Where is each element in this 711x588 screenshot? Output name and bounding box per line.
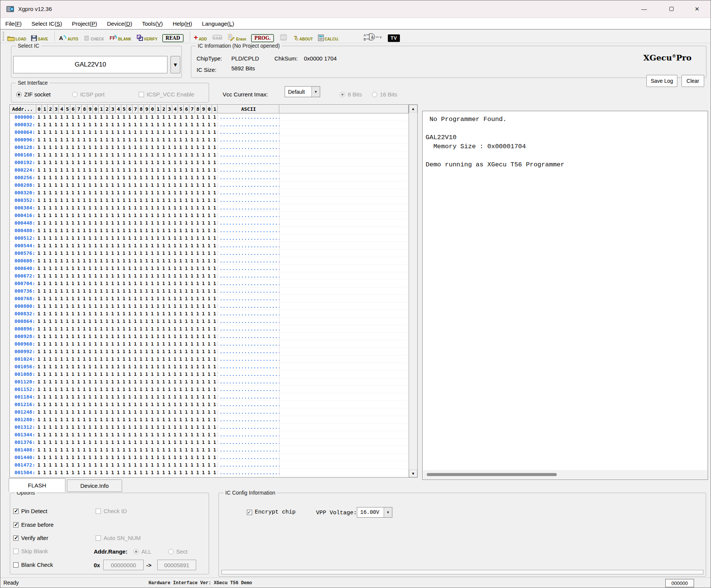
bit-column-header[interactable]: 1 — [155, 105, 161, 113]
pin-detect-checkbox[interactable]: Pin Detect — [13, 508, 47, 514]
toolbar-chip-button[interactable] — [279, 31, 288, 41]
zif-socket-radio[interactable]: ZIF socket — [16, 91, 51, 98]
bit-column-header[interactable]: 5 — [121, 105, 127, 113]
hex-row[interactable]: 000512:11111111111111111111111111111111.… — [10, 234, 409, 242]
scroll-up-button[interactable]: ▲ — [409, 105, 417, 112]
bit-column-header[interactable]: 7 — [76, 105, 82, 113]
bit-column-header[interactable]: 3 — [53, 105, 59, 113]
bit-column-header[interactable]: 8 — [195, 105, 201, 113]
hex-row[interactable]: 001248:11111111111111111111111111111111.… — [10, 408, 409, 416]
toolbar-load-button[interactable]: LOAD — [7, 31, 26, 41]
hex-row[interactable]: 000288:11111111111111111111111111111111.… — [10, 182, 409, 189]
hex-row[interactable]: 000128:11111111111111111111111111111111.… — [10, 144, 409, 151]
hex-row[interactable]: 000032:11111111111111111111111111111111.… — [10, 121, 409, 129]
menu-device[interactable]: Device(D) — [102, 18, 137, 29]
toolbar-verify-button[interactable]: VERIFY — [136, 31, 158, 41]
hex-row[interactable]: 000192:11111111111111111111111111111111.… — [10, 159, 409, 166]
hex-row[interactable]: 000992:11111111111111111111111111111111.… — [10, 348, 409, 355]
toolbar-logic-gate-button[interactable]: AB&Y — [363, 31, 383, 41]
minimize-button[interactable]: — — [634, 0, 655, 17]
bit-column-header[interactable]: 1 — [99, 105, 104, 113]
range-from-field[interactable]: 00000000 — [103, 560, 144, 570]
hex-row[interactable]: 000832:11111111111111111111111111111111.… — [10, 310, 409, 318]
hex-row[interactable]: 001056:11111111111111111111111111111111.… — [10, 363, 409, 371]
log-horizontal-scrollbar[interactable] — [423, 470, 707, 479]
bits16-radio[interactable]: 16 Bits — [372, 91, 397, 98]
blank-check-checkbox[interactable]: Blank Check — [13, 562, 53, 568]
hex-row[interactable]: 000960:11111111111111111111111111111111.… — [10, 340, 409, 348]
toolbar-read-button[interactable]: READ — [163, 31, 183, 41]
toolbar-check-button[interactable]: CHECK — [83, 31, 104, 41]
tab-device-info[interactable]: Device.Info — [67, 479, 122, 492]
scrollbar-thumb[interactable] — [427, 473, 557, 476]
hex-row[interactable]: 001408:11111111111111111111111111111111.… — [10, 446, 409, 454]
hex-row[interactable]: 000320:11111111111111111111111111111111.… — [10, 189, 409, 197]
clear-button[interactable]: Clear — [682, 75, 704, 87]
addr-column-header[interactable]: Addr... — [10, 105, 36, 113]
hex-row[interactable]: 000224:11111111111111111111111111111111.… — [10, 166, 409, 174]
bit-column-header[interactable]: 2 — [48, 105, 53, 113]
hex-row[interactable]: 000576:11111111111111111111111111111111.… — [10, 250, 409, 257]
icsp-vcc-checkbox[interactable]: ICSP_VCC Enable — [139, 91, 194, 98]
toolbar-auto-button[interactable]: AAUTO — [59, 31, 78, 41]
toolbar-tv-button[interactable]: TV — [388, 31, 400, 41]
hex-row[interactable]: 001216:11111111111111111111111111111111.… — [10, 401, 409, 408]
hex-row[interactable]: 000608:11111111111111111111111111111111.… — [10, 257, 409, 265]
bit-column-header[interactable]: 1 — [212, 105, 218, 113]
save-log-button[interactable]: Save Log — [646, 75, 677, 87]
close-button[interactable]: ✕ — [686, 0, 708, 17]
toolbar-erase-button[interactable]: Erase — [228, 31, 246, 41]
bit-column-header[interactable]: 9 — [201, 105, 206, 113]
bit-column-header[interactable]: 0 — [206, 105, 212, 113]
hex-row[interactable]: 000896:11111111111111111111111111111111.… — [10, 325, 409, 333]
toolbar-ram-button[interactable]: RAM — [212, 31, 223, 41]
hex-row[interactable]: 000096:11111111111111111111111111111111.… — [10, 136, 409, 144]
bit-column-header[interactable]: 5 — [65, 105, 70, 113]
hex-row[interactable]: 000768:11111111111111111111111111111111.… — [10, 295, 409, 303]
erase-before-checkbox[interactable]: Erase before — [13, 521, 54, 528]
bit-column-header[interactable]: 0 — [150, 105, 155, 113]
hex-row[interactable]: 000416:11111111111111111111111111111111.… — [10, 212, 409, 219]
hex-row[interactable]: 001120:11111111111111111111111111111111.… — [10, 378, 409, 386]
toolbar-blank-button[interactable]: FFBLANK — [109, 31, 132, 41]
menu-project[interactable]: Project(P) — [67, 18, 102, 29]
ascii-column-header[interactable]: ASCII — [218, 105, 279, 113]
hex-row[interactable]: 001088:11111111111111111111111111111111.… — [10, 371, 409, 378]
range-to-field[interactable]: 00005891 — [157, 560, 196, 570]
hex-row[interactable]: 001376:11111111111111111111111111111111.… — [10, 439, 409, 446]
tab-flash[interactable]: FLASH — [9, 478, 65, 492]
hex-grid-rows[interactable]: 000000:11111111111111111111111111111111.… — [10, 113, 409, 476]
hex-row[interactable]: 000480:11111111111111111111111111111111.… — [10, 227, 409, 234]
bit-column-header[interactable]: 6 — [184, 105, 189, 113]
verify-after-checkbox[interactable]: Verify after — [13, 535, 48, 541]
bit-column-header[interactable]: 4 — [116, 105, 121, 113]
select-ic-dropdown-button[interactable]: ▼ — [170, 56, 180, 73]
hex-row[interactable]: 000704:11111111111111111111111111111111.… — [10, 280, 409, 287]
bit-column-header[interactable]: 0 — [93, 105, 99, 113]
bit-column-header[interactable]: 1 — [42, 105, 48, 113]
bit-column-header[interactable]: 8 — [138, 105, 144, 113]
hex-row[interactable]: 000800:11111111111111111111111111111111.… — [10, 303, 409, 310]
vpp-voltage-combo[interactable]: 16.00V ▼ — [357, 507, 392, 518]
hex-row[interactable]: 001152:11111111111111111111111111111111.… — [10, 386, 409, 393]
hex-row[interactable]: 000448:11111111111111111111111111111111.… — [10, 219, 409, 227]
addr-range-sect-radio[interactable]: Sect — [168, 548, 187, 555]
menu-language[interactable]: Language(L) — [197, 18, 239, 29]
hex-row[interactable]: 001344:11111111111111111111111111111111.… — [10, 431, 409, 439]
bit-column-header[interactable]: 3 — [167, 105, 172, 113]
hex-row[interactable]: 000000:11111111111111111111111111111111.… — [10, 113, 409, 121]
hex-row[interactable]: 000864:11111111111111111111111111111111.… — [10, 318, 409, 325]
hex-row[interactable]: 000736:11111111111111111111111111111111.… — [10, 287, 409, 295]
hex-row[interactable]: 001280:11111111111111111111111111111111.… — [10, 416, 409, 424]
bit-column-header[interactable]: 0 — [36, 105, 42, 113]
hex-row[interactable]: 001504:11111111111111111111111111111111.… — [10, 469, 409, 476]
bit-column-header[interactable]: 4 — [59, 105, 65, 113]
menu-help[interactable]: Help(H) — [168, 18, 197, 29]
hex-row[interactable]: 000544:11111111111111111111111111111111.… — [10, 242, 409, 250]
bit-column-header[interactable]: 4 — [172, 105, 178, 113]
toolbar-about-button[interactable]: ?ABOUT — [293, 31, 313, 41]
hex-row[interactable]: 001312:11111111111111111111111111111111.… — [10, 424, 409, 431]
icsp-port-radio[interactable]: ICSP port — [72, 91, 105, 98]
hex-row[interactable]: 000928:11111111111111111111111111111111.… — [10, 333, 409, 340]
toolbar-save-button[interactable]: SAVE — [31, 31, 48, 41]
